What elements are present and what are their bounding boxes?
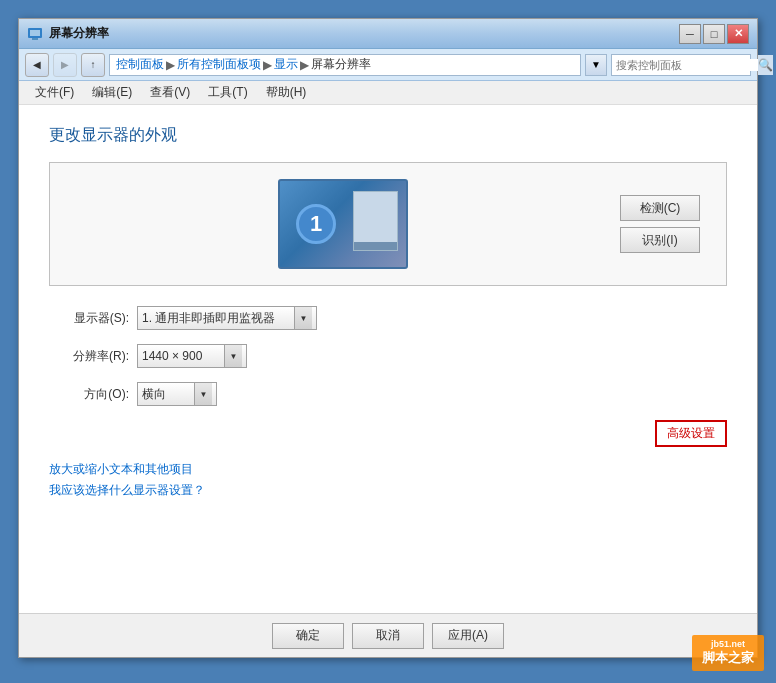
screen-taskbar (354, 242, 397, 250)
orientation-label: 方向(O): (49, 386, 129, 403)
page-title: 更改显示器的外观 (49, 125, 727, 146)
apply-button[interactable]: 应用(A) (432, 623, 504, 649)
search-button[interactable]: 🔍 (758, 55, 773, 75)
svg-rect-2 (32, 38, 38, 40)
monitor-select-value: 1. 通用非即插即用监视器 (142, 310, 294, 327)
resolution-row: 分辨率(R): 1440 × 900 ▼ (49, 344, 727, 368)
orientation-select-value: 横向 (142, 386, 194, 403)
path-dropdown-button[interactable]: ▼ (585, 54, 607, 76)
resolution-select[interactable]: 1440 × 900 ▼ (137, 344, 247, 368)
forward-button[interactable]: ▶ (53, 53, 77, 77)
identify-button[interactable]: 识别(I) (620, 227, 700, 253)
back-button[interactable]: ◀ (25, 53, 49, 77)
up-button[interactable]: ↑ (81, 53, 105, 77)
separator-1: ▶ (166, 58, 175, 72)
monitor-number: 1 (296, 204, 336, 244)
orientation-select-arrow: ▼ (194, 383, 212, 405)
path-part-4: 屏幕分辨率 (311, 56, 371, 73)
path-part-1: 控制面板 (116, 56, 164, 73)
menu-help[interactable]: 帮助(H) (258, 82, 315, 103)
form-area: 显示器(S): 1. 通用非即插即用监视器 ▼ 分辨率(R): 1440 × 9… (49, 306, 727, 499)
menu-bar: 文件(F) 编辑(E) 查看(V) 工具(T) 帮助(H) (19, 81, 757, 105)
content-area: 更改显示器的外观 1 检测(C) 识别(I) (19, 105, 757, 613)
address-path[interactable]: 控制面板 ▶ 所有控制面板项 ▶ 显示 ▶ 屏幕分辨率 (109, 54, 581, 76)
watermark-line2: 脚本之家 (702, 650, 754, 665)
monitor-preview-box: 1 检测(C) 识别(I) (49, 162, 727, 286)
menu-view[interactable]: 查看(V) (142, 82, 198, 103)
orientation-row: 方向(O): 横向 ▼ (49, 382, 727, 406)
main-window: 屏幕分辨率 ─ □ ✕ ◀ ▶ ↑ 控制面板 ▶ 所有控制面板项 ▶ 显示 ▶ … (18, 18, 758, 658)
bottom-bar: 确定 取消 应用(A) (19, 613, 757, 657)
link-zoom[interactable]: 放大或缩小文本和其他项目 (49, 461, 727, 478)
advanced-settings-button[interactable]: 高级设置 (655, 420, 727, 447)
orientation-select[interactable]: 横向 ▼ (137, 382, 217, 406)
maximize-button[interactable]: □ (703, 24, 725, 44)
watermark-line1: jb51.net (702, 639, 754, 649)
menu-tools[interactable]: 工具(T) (200, 82, 255, 103)
separator-3: ▶ (300, 58, 309, 72)
advanced-settings-row: 高级设置 (49, 420, 727, 447)
resolution-select-arrow: ▼ (224, 345, 242, 367)
title-bar: 屏幕分辨率 ─ □ ✕ (19, 19, 757, 49)
path-part-2: 所有控制面板项 (177, 56, 261, 73)
window-controls: ─ □ ✕ (679, 24, 749, 44)
search-box: 🔍 (611, 54, 751, 76)
cancel-button[interactable]: 取消 (352, 623, 424, 649)
search-input[interactable] (612, 59, 758, 71)
window-icon (27, 26, 43, 42)
minimize-button[interactable]: ─ (679, 24, 701, 44)
resolution-label: 分辨率(R): (49, 348, 129, 365)
window-title: 屏幕分辨率 (49, 25, 679, 42)
monitor-action-buttons: 检测(C) 识别(I) (620, 195, 700, 253)
monitor-row: 显示器(S): 1. 通用非即插即用监视器 ▼ (49, 306, 727, 330)
separator-2: ▶ (263, 58, 272, 72)
monitor-image-area: 1 (66, 179, 620, 269)
path-part-3: 显示 (274, 56, 298, 73)
watermark: jb51.net 脚本之家 (692, 635, 764, 671)
close-button[interactable]: ✕ (727, 24, 749, 44)
monitor-select[interactable]: 1. 通用非即插即用监视器 ▼ (137, 306, 317, 330)
monitor-preview: 1 (278, 179, 408, 269)
ok-button[interactable]: 确定 (272, 623, 344, 649)
detect-button[interactable]: 检测(C) (620, 195, 700, 221)
address-bar: ◀ ▶ ↑ 控制面板 ▶ 所有控制面板项 ▶ 显示 ▶ 屏幕分辨率 ▼ 🔍 (19, 49, 757, 81)
menu-edit[interactable]: 编辑(E) (84, 82, 140, 103)
svg-rect-1 (30, 30, 40, 36)
links-area: 放大或缩小文本和其他项目 我应该选择什么显示器设置？ (49, 461, 727, 499)
monitor-label: 显示器(S): (49, 310, 129, 327)
monitor-select-arrow: ▼ (294, 307, 312, 329)
monitor-screen-inner (353, 191, 398, 251)
link-help[interactable]: 我应该选择什么显示器设置？ (49, 482, 727, 499)
resolution-select-value: 1440 × 900 (142, 349, 224, 363)
menu-file[interactable]: 文件(F) (27, 82, 82, 103)
